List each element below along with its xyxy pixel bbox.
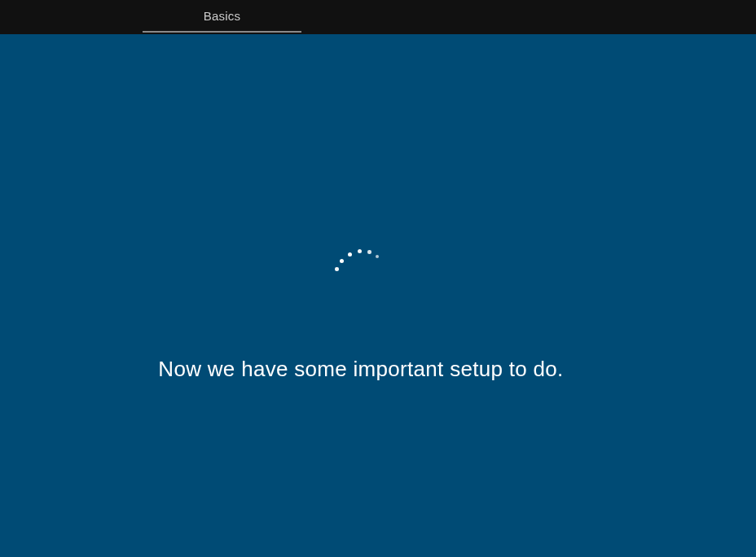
header-bar: Basics — [0, 0, 756, 34]
setup-content-area: Now we have some important setup to do. — [0, 34, 756, 557]
loading-spinner-container — [332, 244, 380, 293]
setup-status-message: Now we have some important setup to do. — [0, 357, 722, 382]
tab-label: Basics — [204, 9, 240, 23]
loading-spinner-icon — [332, 244, 380, 293]
tab-basics[interactable]: Basics — [143, 0, 301, 33]
